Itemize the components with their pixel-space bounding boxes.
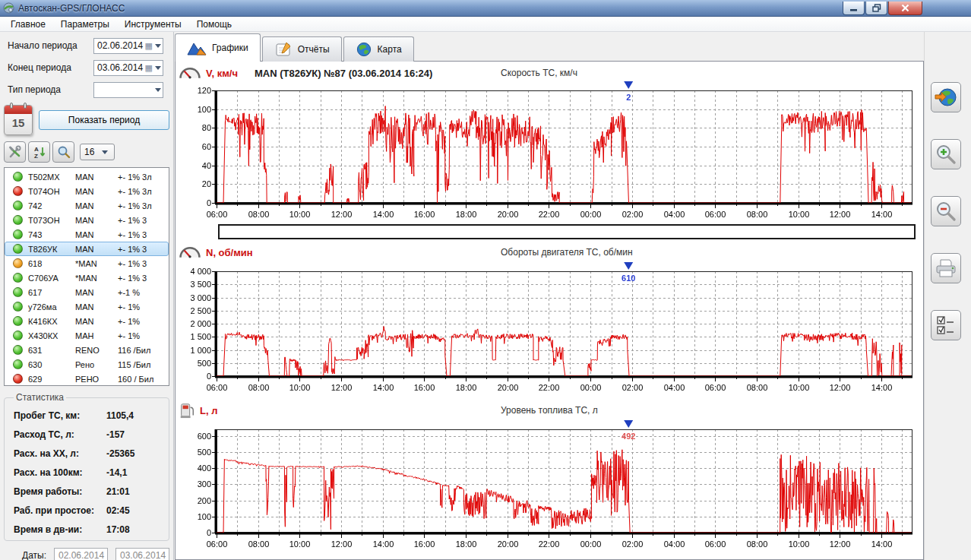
rpm-unit-label: N, об/мин xyxy=(206,247,253,258)
stat-row: Пробег ТС, км: 1105,4 xyxy=(14,406,163,425)
font-size-select[interactable]: 16 xyxy=(80,144,115,160)
tab-bar: Графики Отчёты Карта xyxy=(175,33,416,62)
stat-value: 17:08 xyxy=(106,524,130,535)
stat-label: Время в дв-ии: xyxy=(14,524,106,535)
vehicle-name: Т502МХ xyxy=(28,172,75,182)
vehicle-row[interactable]: К416КХ MAN +- 1% xyxy=(5,314,169,328)
vehicle-list: Т502МХ MAN +- 1% 3л Т074ОН MAN +- 1% 3л … xyxy=(4,167,169,386)
vehicle-name: 631 xyxy=(28,346,75,355)
menu-help[interactable]: Помощь xyxy=(189,17,239,31)
show-period-button[interactable]: Показать период xyxy=(39,110,169,130)
zoom-out-button[interactable] xyxy=(931,196,961,226)
date-to-field[interactable]: 03.06.2014 xyxy=(115,548,169,560)
report-icon xyxy=(274,42,293,57)
status-dot xyxy=(13,359,23,369)
vehicle-row[interactable]: Т502МХ MAN +- 1% 3л xyxy=(5,169,169,184)
sort-button[interactable]: AZ xyxy=(28,141,50,163)
vehicle-spec: +- 1% xyxy=(118,331,165,340)
chart-options-button[interactable] xyxy=(931,310,961,340)
printer-icon xyxy=(935,258,957,278)
vehicle-model: РЕНО xyxy=(75,375,118,384)
stat-value: -157 xyxy=(106,429,125,440)
window-titlebar: Автоскан-GPS/ГЛОНАСС xyxy=(0,0,971,17)
vehicle-row[interactable]: 617 MAN +-1 % xyxy=(5,285,169,299)
speed-chart-canvas[interactable] xyxy=(177,80,917,221)
vehicle-row[interactable]: 630 Рено 115 /Бил xyxy=(5,357,169,372)
vehicle-row[interactable]: Т074ОН MAN +- 1% 3л xyxy=(5,184,169,198)
minimize-button[interactable] xyxy=(843,2,865,15)
vehicle-row[interactable]: Х430КХ МАН +- 1% xyxy=(5,328,169,343)
vehicle-row[interactable]: Т826УК MAN +- 1% 3 xyxy=(5,242,169,256)
rpm-chart-canvas[interactable] xyxy=(177,261,917,394)
vehicle-model: MAN xyxy=(75,230,118,239)
restore-button[interactable] xyxy=(865,2,887,15)
vehicle-row[interactable]: Т073ОН MAN +- 1% 3 xyxy=(5,213,169,227)
sort-az-icon: AZ xyxy=(33,145,46,159)
zoom-in-button[interactable] xyxy=(931,139,961,169)
stat-row: Расход ТС, л: -157 xyxy=(14,425,163,444)
vehicle-row[interactable]: 631 RENO 116 /Бил xyxy=(5,343,169,357)
tachometer-icon xyxy=(179,245,201,259)
vehicle-row[interactable]: 743 MAN +- 1% 3 xyxy=(5,227,169,242)
vehicle-name: у726ма xyxy=(28,302,75,312)
chevron-down-icon[interactable] xyxy=(155,44,161,48)
period-end-label: Конец периода xyxy=(4,62,93,73)
vehicle-spec: 116 /Бил xyxy=(118,346,165,355)
status-dot xyxy=(13,374,23,384)
print-button[interactable] xyxy=(931,253,961,283)
stat-value: 02:45 xyxy=(106,505,130,516)
fuel-chart-canvas[interactable] xyxy=(177,419,917,551)
vehicle-model: RENO xyxy=(75,346,118,355)
tab-reports[interactable]: Отчёты xyxy=(262,36,342,62)
period-type-select[interactable] xyxy=(93,82,163,98)
tab-charts[interactable]: Графики xyxy=(175,33,261,62)
stat-value: -14,1 xyxy=(106,467,127,478)
stat-label: Время работы: xyxy=(14,486,106,497)
stat-label: Пробег ТС, км: xyxy=(14,410,106,421)
vehicle-model: *MAN xyxy=(75,274,118,283)
right-toolbar xyxy=(924,32,971,560)
fuel-pump-icon xyxy=(179,402,195,419)
svg-text:Z: Z xyxy=(34,153,38,159)
period-end-input[interactable]: 03.06.2014 ▦ xyxy=(93,60,163,76)
vehicle-name: 617 xyxy=(28,288,75,297)
vehicle-name: К416КХ xyxy=(28,317,75,326)
vehicle-model: MAN xyxy=(75,288,118,297)
period-start-input[interactable]: 02.06.2014 ▦ xyxy=(93,38,163,54)
speed-unit-label: V, км/ч xyxy=(206,68,238,79)
fuel-unit-label: L, л xyxy=(200,405,217,416)
status-dot xyxy=(13,273,23,283)
vehicle-spec: +- 1% 3 xyxy=(118,216,165,225)
vehicle-row[interactable]: С706УА *MAN +- 1% 3 xyxy=(5,271,169,285)
chart-scroll-strip[interactable] xyxy=(218,224,916,239)
stat-row: Раб. при простое: 02:45 xyxy=(14,501,163,520)
close-button[interactable] xyxy=(888,2,922,15)
menu-main[interactable]: Главное xyxy=(3,17,53,31)
vehicle-row[interactable]: 742 MAN +- 1% 3л xyxy=(5,198,169,213)
speedometer-icon xyxy=(179,66,201,80)
calendar-icon[interactable]: 15 xyxy=(4,105,33,135)
svg-text:A: A xyxy=(34,146,39,153)
status-dot xyxy=(13,316,23,326)
vehicle-model: MAN xyxy=(75,302,118,312)
period-start-label: Начало периода xyxy=(4,40,93,51)
vehicle-row[interactable]: у726ма MAN +- 1% xyxy=(5,299,169,314)
charts-icon xyxy=(187,40,207,55)
vehicle-row[interactable]: 629 РЕНО 160 / Бил xyxy=(5,372,169,386)
vehicle-model: MAN xyxy=(75,245,118,254)
menu-tools[interactable]: Инструменты xyxy=(117,17,189,31)
show-on-map-button[interactable] xyxy=(931,82,961,112)
vehicle-row[interactable]: 618 *MAN +- 1% 3 xyxy=(5,256,169,271)
vehicle-model: MAN xyxy=(75,172,118,182)
search-button[interactable] xyxy=(52,141,74,163)
status-dot xyxy=(13,215,23,225)
date-from-field[interactable]: 02.06.2014 xyxy=(54,548,108,560)
tab-map[interactable]: Карта xyxy=(343,36,414,62)
menu-parameters[interactable]: Параметры xyxy=(53,17,117,31)
vehicle-name: Т074ОН xyxy=(28,187,75,196)
left-panel: Начало периода 02.06.2014 ▦ Конец период… xyxy=(0,32,174,560)
chevron-down-icon[interactable] xyxy=(155,66,161,70)
vehicle-name: 630 xyxy=(28,360,75,369)
chevron-down-icon xyxy=(155,88,161,92)
settings-button[interactable] xyxy=(4,141,26,163)
